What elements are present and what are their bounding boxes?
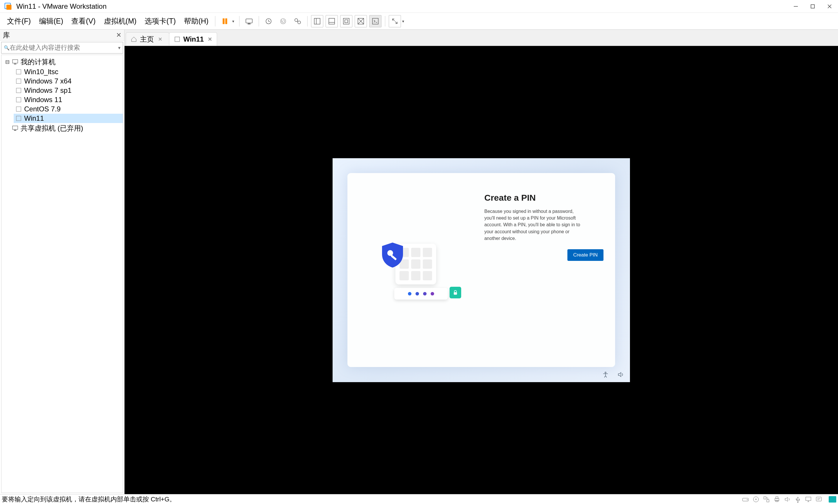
- tree-vm-centos79[interactable]: CentOS 7.9: [14, 104, 123, 114]
- menu-vm[interactable]: 虚拟机(M): [100, 15, 141, 28]
- menu-edit[interactable]: 编辑(E): [35, 15, 67, 28]
- tree-vm-label: CentOS 7.9: [24, 105, 60, 113]
- tree-vm-win11[interactable]: Win11: [14, 114, 123, 123]
- status-indicator: [829, 496, 836, 503]
- svg-point-37: [387, 250, 393, 256]
- oobe-body-text: Because you signed in without a password…: [484, 208, 580, 242]
- window-title: Win11 - VMware Workstation: [16, 2, 787, 11]
- svg-rect-20: [345, 20, 348, 23]
- svg-rect-53: [806, 497, 811, 501]
- stretch-guest-button[interactable]: [389, 15, 401, 27]
- create-pin-button[interactable]: Create PIN: [567, 249, 604, 261]
- volume-icon[interactable]: [617, 371, 624, 378]
- tree-vm-win7x64[interactable]: Windows 7 x64: [14, 76, 123, 86]
- expander-icon[interactable]: ⊟: [5, 59, 10, 65]
- accessibility-icon[interactable]: [602, 371, 609, 378]
- send-ctrl-alt-del-button[interactable]: [243, 15, 255, 27]
- tree-vm-win10ltsc[interactable]: Win10_ltsc: [14, 67, 123, 76]
- status-message: 要将输入定向到该虚拟机，请在虚拟机内部单击或按 Ctrl+G。: [2, 495, 742, 504]
- svg-rect-45: [764, 497, 766, 499]
- hard-disk-icon[interactable]: [742, 496, 749, 503]
- tree-shared-vms[interactable]: 共享虚拟机 (已弃用): [3, 123, 123, 133]
- tree-vm-label: Windows 7 x64: [24, 77, 72, 85]
- snapshot-manager-button[interactable]: [291, 15, 304, 27]
- library-close-button[interactable]: ✕: [116, 31, 121, 39]
- pin-dots-illustration: [394, 288, 448, 300]
- svg-rect-26: [13, 60, 18, 63]
- sound-card-icon[interactable]: [784, 496, 791, 503]
- oobe-title: Create a PIN: [484, 193, 604, 203]
- snapshot-revert-button[interactable]: [277, 15, 289, 27]
- display-icon[interactable]: [805, 496, 812, 503]
- svg-rect-34: [13, 126, 18, 129]
- unity-button[interactable]: [355, 15, 367, 27]
- svg-rect-47: [775, 499, 779, 501]
- oobe-illustration-pane: [347, 173, 478, 367]
- console-view-button[interactable]: [369, 15, 381, 27]
- tree-vm-label: Windows 7 sp1: [24, 86, 72, 94]
- vm-device-tray: [742, 496, 836, 503]
- svg-rect-28: [16, 70, 21, 74]
- library-title: 库: [3, 31, 10, 40]
- oobe-content-pane: Create a PIN Because you signed in witho…: [478, 173, 615, 367]
- tree-root-my-computer[interactable]: ⊟ 我的计算机: [3, 57, 123, 67]
- stretch-dropdown-caret-icon[interactable]: ▾: [402, 19, 406, 23]
- cd-dvd-icon[interactable]: [752, 496, 760, 503]
- network-adapter-icon[interactable]: [763, 496, 770, 503]
- fullscreen-button[interactable]: [340, 15, 352, 27]
- tab-win11[interactable]: Win11 ✕: [169, 32, 217, 46]
- svg-rect-27: [14, 64, 16, 64]
- printer-icon[interactable]: [773, 496, 780, 503]
- vm-icon: [15, 96, 22, 103]
- svg-rect-8: [246, 19, 252, 23]
- svg-rect-32: [16, 107, 21, 111]
- expander-placeholder: [5, 125, 10, 131]
- svg-rect-48: [776, 497, 778, 499]
- view-single-button[interactable]: [311, 15, 323, 27]
- menu-view[interactable]: 查看(V): [67, 15, 100, 28]
- tab-win11-close[interactable]: ✕: [208, 36, 212, 42]
- library-search[interactable]: 🔍 ▾: [1, 42, 123, 54]
- svg-rect-33: [16, 116, 21, 121]
- tab-home-close[interactable]: ✕: [158, 36, 162, 42]
- tab-home[interactable]: 主页 ✕: [126, 32, 170, 46]
- shield-key-icon: [381, 242, 404, 268]
- svg-rect-1: [6, 4, 12, 10]
- svg-rect-46: [767, 500, 769, 502]
- tab-win11-label: Win11: [183, 35, 204, 43]
- svg-rect-36: [175, 37, 180, 41]
- windows-oobe-screen: Create a PIN Because you signed in witho…: [333, 158, 630, 382]
- svg-point-52: [799, 499, 800, 500]
- svg-line-14: [297, 21, 298, 21]
- guest-display[interactable]: Create a PIN Because you signed in witho…: [125, 46, 838, 494]
- lock-badge-icon: [449, 287, 461, 299]
- status-bar: 要将输入定向到该虚拟机，请在虚拟机内部单击或按 Ctrl+G。: [0, 494, 838, 504]
- pause-vm-button[interactable]: [219, 15, 231, 27]
- svg-rect-6: [223, 19, 224, 24]
- window-close-button[interactable]: [821, 0, 838, 13]
- library-search-input[interactable]: [10, 44, 118, 52]
- menu-help[interactable]: 帮助(H): [180, 15, 213, 28]
- tree-vm-win7sp1[interactable]: Windows 7 sp1: [14, 86, 123, 95]
- snapshot-take-button[interactable]: [263, 15, 275, 27]
- usb-icon[interactable]: [795, 496, 801, 503]
- svg-rect-15: [314, 18, 320, 24]
- library-tree: ⊟ 我的计算机 Win10_ltsc Windows 7 x64 Windows…: [1, 55, 123, 493]
- vm-icon: [15, 106, 22, 112]
- svg-rect-29: [16, 79, 21, 84]
- shared-icon: [12, 125, 18, 131]
- view-thumbnail-button[interactable]: [326, 15, 338, 27]
- menu-file[interactable]: 文件(F): [3, 15, 35, 28]
- tree-root-label: 我的计算机: [21, 57, 56, 67]
- message-log-icon[interactable]: [815, 496, 822, 503]
- window-maximize-button[interactable]: [804, 0, 821, 13]
- menu-tabs[interactable]: 选项卡(T): [141, 15, 180, 28]
- search-dropdown-icon[interactable]: ▾: [118, 45, 121, 51]
- window-minimize-button[interactable]: [787, 0, 804, 13]
- power-dropdown-caret-icon[interactable]: ▾: [232, 19, 236, 23]
- vm-icon: [15, 69, 22, 75]
- tree-vm-windows11[interactable]: Windows 11: [14, 95, 123, 104]
- svg-point-43: [753, 497, 759, 502]
- svg-rect-7: [226, 19, 227, 24]
- search-icon: 🔍: [4, 45, 10, 51]
